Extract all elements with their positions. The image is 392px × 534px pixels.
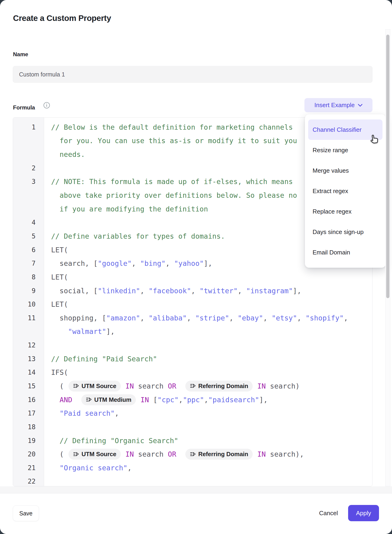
apply-button[interactable]: Apply xyxy=(348,505,379,521)
code-token-comment: // NOTE: This formula is made up of if-e… xyxy=(51,178,293,186)
footer-actions: Cancel Apply xyxy=(319,505,379,521)
code-line[interactable]: 11 shopping, ["amazon", "alibaba", "stri… xyxy=(13,311,372,325)
property-icon xyxy=(86,397,92,403)
property-chip[interactable]: UTM Source xyxy=(69,449,121,460)
line-number: 5 xyxy=(13,232,44,240)
insert-example-menu: Channel ClassifierResize rangeMerge valu… xyxy=(305,114,386,268)
code-token-code: , xyxy=(140,314,149,322)
code-line-content: // NOTE: This formula is made up of if-e… xyxy=(44,178,293,186)
save-button[interactable]: Save xyxy=(13,506,39,521)
code-token-code: , xyxy=(229,314,238,322)
code-line[interactable]: 14IFS( xyxy=(13,366,372,379)
code-token-code: ( xyxy=(51,450,68,458)
code-token-string: "etsy" xyxy=(272,314,297,322)
code-token-code xyxy=(51,409,60,417)
code-token-string: "shopify" xyxy=(306,314,344,322)
menu-item-resize-range[interactable]: Resize range xyxy=(308,140,383,160)
menu-item-replace-regex[interactable]: Replace regex xyxy=(308,201,383,222)
code-token-comment: needs. xyxy=(51,150,85,158)
code-token-comment: for you. You can use this as-is or modif… xyxy=(51,137,297,145)
code-token-string: "alibaba" xyxy=(149,314,187,322)
property-icon xyxy=(73,451,79,457)
property-chip[interactable]: Referring Domain xyxy=(185,381,253,392)
code-line[interactable]: 21 "Organic search", xyxy=(13,461,372,475)
code-line-content: // Below is the default definition for m… xyxy=(44,123,293,131)
modal-scrollbar[interactable] xyxy=(385,29,390,486)
line-number: 4 xyxy=(13,219,44,226)
code-line[interactable]: 12 xyxy=(13,338,372,352)
code-line[interactable]: 20 ( UTM Source IN search OR Referring D… xyxy=(13,447,372,461)
property-chip[interactable]: Referring Domain xyxy=(185,449,253,460)
scrollbar-thumb[interactable] xyxy=(386,35,389,298)
code-token-string: "yahoo" xyxy=(174,259,204,267)
menu-item-extract-regex[interactable]: Extract regex xyxy=(308,181,383,201)
code-token-code xyxy=(121,382,125,390)
code-token-code xyxy=(51,327,68,336)
code-token-code: ], xyxy=(259,396,268,404)
line-number: 14 xyxy=(13,369,44,376)
code-token-code: , xyxy=(238,287,246,295)
line-number: 13 xyxy=(13,355,44,363)
line-number: 7 xyxy=(13,260,44,267)
line-number: 10 xyxy=(13,300,44,308)
property-chip-label: UTM Source xyxy=(82,383,116,390)
code-line[interactable]: 17 "Paid search", xyxy=(13,406,372,420)
code-token-string: "bing" xyxy=(140,259,166,267)
code-line[interactable]: 10LET( xyxy=(13,298,372,311)
code-line[interactable]: 9 social, ["linkedin", "facebook", "twit… xyxy=(13,284,372,298)
code-line-content: // Defining "Paid Search" xyxy=(44,355,157,363)
code-line[interactable]: 16 AND UTM Medium IN ["cpc","ppc","paids… xyxy=(13,393,372,407)
property-chip[interactable]: UTM Source xyxy=(69,381,121,392)
line-number: 22 xyxy=(13,477,44,485)
menu-item-days-since-sign-up[interactable]: Days since sign-up xyxy=(308,222,383,242)
code-line-content: shopping, ["amazon", "alibaba", "stripe"… xyxy=(44,314,348,322)
code-line[interactable]: 19 // Defining "Organic Search" xyxy=(13,434,372,448)
code-token-code: , xyxy=(297,314,306,322)
code-line-content: ( UTM Source IN search OR Referring Doma… xyxy=(44,449,304,460)
line-number: 6 xyxy=(13,246,44,254)
property-chip-label: UTM Source xyxy=(82,451,116,458)
code-token-code xyxy=(51,396,60,404)
code-token-string: "linkedin" xyxy=(98,287,140,295)
code-token-string: "amazon" xyxy=(106,314,140,322)
code-token-code: , xyxy=(187,314,195,322)
create-custom-property-modal: Create a Custom Property Name Formula In… xyxy=(0,0,392,534)
code-token-keyword: OR xyxy=(168,450,177,458)
code-token-code: ], xyxy=(106,327,115,336)
menu-item-merge-values[interactable]: Merge values xyxy=(308,160,383,181)
code-token-code: , xyxy=(166,259,174,267)
name-input[interactable] xyxy=(13,66,373,83)
code-token-code: search, [ xyxy=(51,259,98,267)
code-line[interactable]: "walmart"], xyxy=(13,325,372,339)
code-token-code xyxy=(253,382,257,390)
code-token-comment: // Defining "Paid Search" xyxy=(51,355,157,363)
code-token-code: search), xyxy=(266,450,304,458)
code-token-comment: // Define variables for types of domains… xyxy=(51,232,225,240)
property-chip[interactable]: UTM Medium xyxy=(81,394,136,405)
code-token-string: "instagram" xyxy=(246,287,293,295)
code-token-code xyxy=(72,396,81,404)
modal-footer: Save Cancel Apply xyxy=(0,493,392,534)
code-line[interactable]: 22 xyxy=(13,475,372,486)
code-line-content: LET( xyxy=(44,273,68,281)
code-line[interactable]: 15 ( UTM Source IN search OR Referring D… xyxy=(13,379,372,393)
insert-example-button[interactable]: Insert Example xyxy=(304,98,373,112)
code-token-code: , xyxy=(191,287,200,295)
cancel-button[interactable]: Cancel xyxy=(319,510,338,517)
formula-label: Formula xyxy=(13,104,35,111)
code-token-string: "paidsearch" xyxy=(208,396,259,404)
menu-item-email-domain[interactable]: Email Domain xyxy=(308,242,383,263)
code-line[interactable]: 18 xyxy=(13,420,372,434)
code-token-code xyxy=(136,396,140,404)
code-token-code: , xyxy=(127,464,132,472)
code-token-keyword: IN xyxy=(125,450,134,458)
code-token-string: "Paid search" xyxy=(60,409,115,417)
line-number: 21 xyxy=(13,464,44,472)
code-token-comment: // Defining "Organic Search" xyxy=(60,437,178,445)
code-token-string: "walmart" xyxy=(68,327,106,336)
code-line[interactable]: 13// Defining "Paid Search" xyxy=(13,352,372,366)
code-token-string: "google" xyxy=(98,259,132,267)
property-icon xyxy=(190,383,196,389)
code-line[interactable]: 8LET( xyxy=(13,270,372,284)
menu-item-channel-classifier[interactable]: Channel Classifier xyxy=(308,119,383,140)
